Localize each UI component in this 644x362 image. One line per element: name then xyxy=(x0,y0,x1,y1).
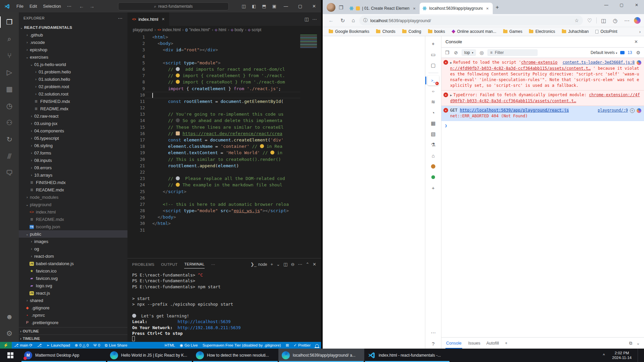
inspect-icon[interactable]: ⌖ xyxy=(428,39,439,49)
explorer-more-icon[interactable]: ⋯ xyxy=(118,15,123,21)
taskbar-button-3[interactable]: How to detect the screen resoluti... xyxy=(193,349,278,362)
dock-side-icon[interactable]: ❐ xyxy=(444,49,450,56)
tree-item-og[interactable]: ›og xyxy=(19,245,127,252)
code-line[interactable]: 12 xyxy=(127,105,321,111)
tree-item-01-solution-hello[interactable]: ›01.solution.hello xyxy=(19,75,127,83)
code-line[interactable]: 11 const rootElement = document.getEleme… xyxy=(127,98,321,105)
console-settings-gear-icon[interactable]: ⚙ xyxy=(635,49,641,56)
layout-toggle-icon-0[interactable]: ◫ xyxy=(239,2,248,10)
more-actions-icon[interactable]: ⋯ xyxy=(312,16,317,22)
breadcrumb-item[interactable]: {}"index.html" xyxy=(185,27,210,32)
expand-caret-icon[interactable]: ▶ xyxy=(450,61,452,64)
breadcrumb-item[interactable]: ◇body xyxy=(231,27,243,32)
section-timeline[interactable]: ›TIMELINE xyxy=(19,335,127,342)
code-line[interactable]: 7 // import { createElement } from './re… xyxy=(127,72,321,79)
run-debug-icon[interactable]: ▷ xyxy=(0,64,19,81)
remote-explorer-icon[interactable]: ⚇ xyxy=(0,114,19,131)
tree-item-readme-mdx[interactable]: ≣README.mdx xyxy=(19,216,127,223)
menu-file[interactable]: File xyxy=(13,4,26,9)
git-compare-icon[interactable]: ⎇ xyxy=(35,342,44,349)
code-line[interactable]: 1<html> xyxy=(127,34,321,40)
context-selector[interactable]: top▾ xyxy=(462,49,476,56)
show-desktop-button[interactable] xyxy=(638,349,639,362)
drawer-tab-console[interactable]: Console xyxy=(445,338,462,349)
tree-item-shared[interactable]: ›shared xyxy=(19,297,127,304)
close-icon[interactable]: ✕ xyxy=(307,2,321,11)
more-tools-icon[interactable]: ⋯ xyxy=(428,328,439,338)
tree-item-01-js-hello-world[interactable]: ⌄01.js-hello-world xyxy=(19,61,127,68)
refresh-icon[interactable]: ↻ xyxy=(338,16,347,25)
tree-item--vscode[interactable]: ›.vscode xyxy=(19,39,127,46)
tree-item-public[interactable]: ⌄public xyxy=(19,230,127,238)
browser-tab-2[interactable]: localhost:5639/app/playground/✕ xyxy=(420,3,493,14)
tree-item--gitignore[interactable]: ◆.gitignore xyxy=(19,304,127,311)
tree-item-10-arrays[interactable]: ›10.arrays xyxy=(19,171,127,179)
copilot-status-icon[interactable]: ⊞ xyxy=(283,342,291,349)
layout-toggle-icon-3[interactable]: ▣ xyxy=(270,2,279,10)
code-editor[interactable]: 1<html>2 <body>3 <div id="root"></div>45… xyxy=(127,34,321,258)
launchpad-button[interactable]: ➢Launchpad xyxy=(44,342,72,349)
panel-tab-output[interactable]: OUTPUT xyxy=(161,260,177,268)
console-message-3[interactable]: ✕playground/:9⇅GET http://localhost:5639… xyxy=(441,106,644,121)
tree-item-04-components[interactable]: ›04.components xyxy=(19,127,127,134)
sources-icon[interactable]: ‹› xyxy=(428,86,439,96)
performance-icon[interactable]: ◔ xyxy=(428,108,439,118)
minimap[interactable] xyxy=(300,35,320,256)
console-message-1[interactable]: ✕content.ts-loader-3ed3668f.js:8▶Refused… xyxy=(441,58,644,90)
code-line[interactable]: 24 // The example in the markdown file s… xyxy=(127,182,321,188)
code-line[interactable]: 16 // https://react.dev/reference/react/… xyxy=(127,130,321,137)
code-line[interactable]: 27 <!-- this is here to add automatic br… xyxy=(127,201,321,207)
breadcrumb[interactable]: playground›<>index.html›{}"index.html"›◇… xyxy=(127,26,321,34)
application-icon[interactable]: ▧ xyxy=(428,129,439,139)
close-devtools-icon[interactable]: ✕ xyxy=(632,38,640,46)
code-line[interactable]: 17 const element = document.createElemen… xyxy=(127,137,321,143)
tree-item--github[interactable]: ›.github xyxy=(19,31,127,39)
panel-tab-problems[interactable]: PROBLEMS xyxy=(132,260,154,268)
layout-toggle-icon-1[interactable]: ◧ xyxy=(250,2,258,10)
code-line[interactable]: 10 xyxy=(127,92,321,98)
tree-root-folder[interactable]: ⌄REACT-FUNDAMENTALS xyxy=(19,24,127,31)
more-bookmarks-chevron-icon[interactable]: › xyxy=(639,29,641,34)
terminal-instance-node[interactable]: ❯_node xyxy=(251,262,267,267)
code-line[interactable]: 25 </script> xyxy=(127,188,321,195)
command-center-search[interactable]: ⌕ react-fundamentals xyxy=(118,2,229,10)
new-tab-button[interactable]: + xyxy=(495,4,499,11)
tree-item-logo-svg[interactable]: ▰logo.svg xyxy=(19,282,127,289)
source-link[interactable]: playground/:9 xyxy=(598,108,628,113)
site-info-icon[interactable]: ⓘ xyxy=(363,17,368,23)
profile-avatar[interactable] xyxy=(327,3,335,12)
home-icon[interactable]: ⌂ xyxy=(428,150,439,161)
maximize-icon[interactable]: ▢ xyxy=(293,2,307,11)
settings-gear-icon[interactable]: ⚙ xyxy=(0,325,19,342)
supermaven-status[interactable]: Supermaven Free Tier (disabled by .gitig… xyxy=(200,342,283,349)
bookmark-juhachiban[interactable]: Juhachiban xyxy=(559,28,591,35)
bookmark-octoprint[interactable]: OctoPrint xyxy=(593,28,620,35)
help-icon[interactable]: ? xyxy=(428,339,439,349)
language-mode[interactable]: HTML xyxy=(162,342,177,349)
gitlens-icon[interactable]: ↻ xyxy=(0,131,19,148)
code-line[interactable]: 14 // So go ahead and delete this implem… xyxy=(127,117,321,124)
code-line[interactable]: 29 </body> xyxy=(127,214,321,220)
console-prompt[interactable]: ❯ xyxy=(441,121,644,131)
breadcrumb-item[interactable]: ◇html xyxy=(215,27,226,32)
favorite-star-icon[interactable]: ☆ xyxy=(575,18,579,23)
tree-item-05-typescript[interactable]: ›05.typescript xyxy=(19,134,127,142)
tree-item-finished-mdx[interactable]: ≣FINISHED.mdx xyxy=(19,98,127,105)
code-line[interactable]: 3 <div id="root"></div> xyxy=(127,47,321,53)
tree-item-favicon-ico[interactable]: ★favicon.ico xyxy=(19,267,127,275)
code-line[interactable]: 19 element.textContent = 'Hello World' /… xyxy=(127,149,321,156)
bookmark-google-bookmarks[interactable]: Google Bookmarks xyxy=(326,28,372,35)
taskbar-button-1[interactable]: MMattermost Desktop App xyxy=(21,349,107,362)
tree-item-finished-mdx[interactable]: ≣FINISHED.mdx xyxy=(19,179,127,186)
code-line[interactable]: 18 element.className = 'container' // in… xyxy=(127,143,321,149)
copilot-icon[interactable] xyxy=(634,17,641,24)
beaker-icon[interactable]: ⚗ xyxy=(428,140,439,150)
code-line[interactable]: 26 xyxy=(127,195,321,201)
taskbar-clock[interactable]: 2:02 PM 2024-11-14 xyxy=(612,351,632,360)
tree-item-readme-mdx[interactable]: ≣README.mdx xyxy=(19,105,127,112)
tree-item-exercises[interactable]: ⌄exercises xyxy=(19,53,127,61)
split-screen-icon[interactable]: ◫ xyxy=(599,16,608,25)
expand-caret-icon[interactable]: ▶ xyxy=(450,94,452,97)
prettier-status[interactable]: ✓Prettier xyxy=(291,342,313,349)
page-content[interactable] xyxy=(323,36,425,349)
